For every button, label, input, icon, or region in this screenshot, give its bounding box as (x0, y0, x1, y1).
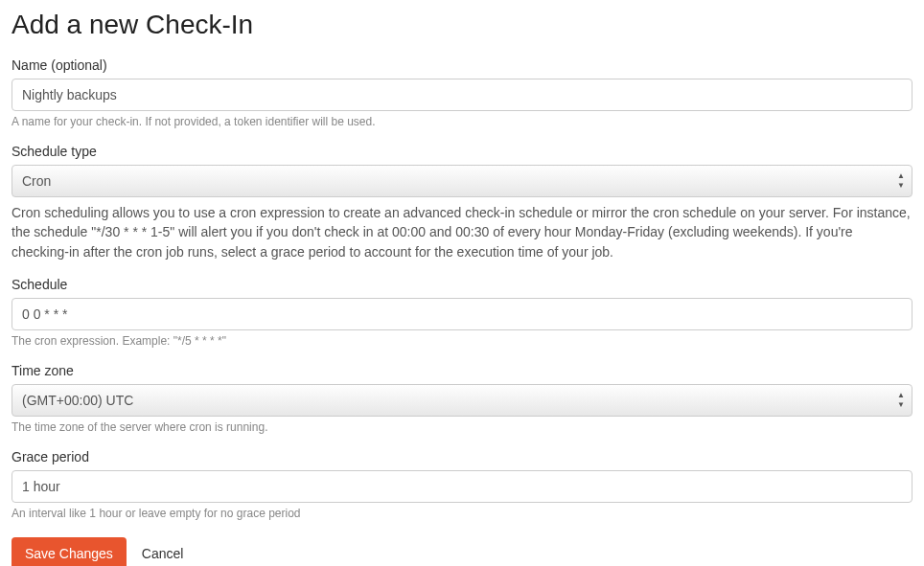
schedule-type-group: Schedule type Cron ▲ ▼ Cron scheduling a… (12, 144, 912, 261)
grace-period-help: An interval like 1 hour or leave empty f… (12, 507, 912, 520)
schedule-type-label: Schedule type (12, 144, 912, 159)
button-row: Save Changes Cancel (12, 537, 912, 566)
schedule-group: Schedule The cron expression. Example: "… (12, 277, 912, 348)
name-input[interactable] (12, 79, 912, 111)
schedule-type-description: Cron scheduling allows you to use a cron… (12, 203, 912, 261)
cancel-link[interactable]: Cancel (142, 546, 184, 561)
page-title: Add a new Check-In (12, 10, 912, 40)
name-help: A name for your check-in. If not provide… (12, 115, 912, 128)
grace-period-label: Grace period (12, 449, 912, 464)
schedule-type-select[interactable]: Cron (12, 165, 912, 197)
grace-period-input[interactable] (12, 470, 912, 503)
timezone-label: Time zone (12, 363, 912, 378)
grace-period-group: Grace period An interval like 1 hour or … (12, 449, 912, 520)
schedule-help: The cron expression. Example: "*/5 * * *… (12, 334, 912, 348)
timezone-help: The time zone of the server where cron i… (12, 420, 912, 434)
schedule-label: Schedule (12, 277, 912, 292)
save-button[interactable]: Save Changes (12, 537, 127, 566)
name-label: Name (optional) (12, 57, 912, 73)
timezone-select[interactable]: (GMT+00:00) UTC (12, 384, 912, 417)
timezone-group: Time zone (GMT+00:00) UTC ▲ ▼ The time z… (12, 363, 912, 434)
name-group: Name (optional) A name for your check-in… (12, 57, 912, 128)
schedule-input[interactable] (12, 298, 912, 330)
